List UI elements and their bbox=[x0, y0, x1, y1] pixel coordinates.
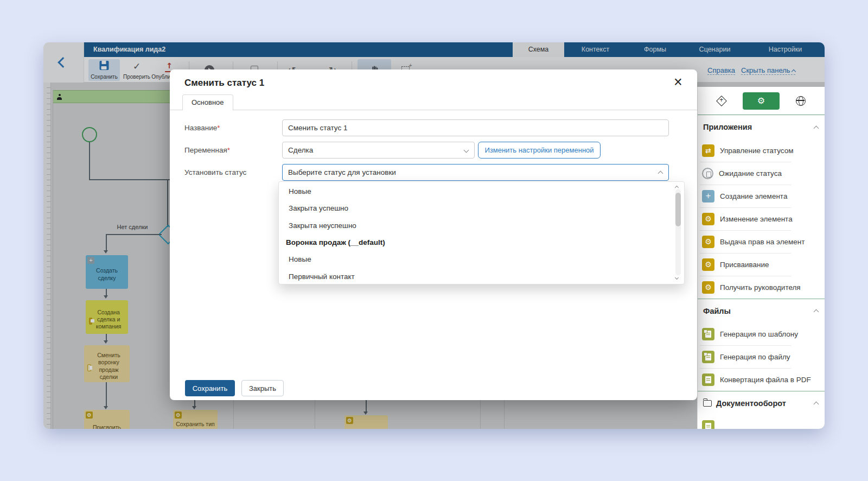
item-label: Присваивание bbox=[720, 261, 769, 269]
diamond-plus-icon bbox=[716, 96, 727, 106]
item-label: Генерация по шаблону bbox=[720, 330, 798, 338]
item-label: Создание элемента bbox=[720, 192, 787, 200]
dropdown-option[interactable]: Закрыта успешно bbox=[279, 200, 684, 217]
chevron-up-icon bbox=[814, 125, 819, 131]
page-background: Квалификация лида2 Схема Контекст Формы … bbox=[0, 0, 868, 481]
item-label: Ожидание статуса bbox=[719, 169, 782, 178]
label-text: Переменная bbox=[184, 146, 227, 154]
variable-field-label: Переменная* bbox=[184, 142, 230, 159]
scrollbar-thumb[interactable] bbox=[675, 193, 681, 226]
sidebar-item-status-wait[interactable]: Ожидание статуса bbox=[698, 162, 825, 185]
gear-icon bbox=[702, 258, 714, 271]
scroll-up-icon[interactable] bbox=[674, 183, 679, 189]
section-docflow-items bbox=[698, 415, 825, 429]
required-mark: * bbox=[227, 146, 230, 154]
status-transfer-icon bbox=[702, 144, 714, 157]
chevron-up-icon bbox=[814, 309, 819, 315]
dropdown-group-header: Воронка продаж (__default) bbox=[279, 234, 684, 251]
item-label: Выдача прав на элемент bbox=[720, 238, 805, 246]
status-select[interactable]: Выберите статус для установки bbox=[282, 164, 669, 181]
section-files-items: Генерация по шаблону Генерация по файлу … bbox=[698, 322, 825, 391]
sidebar-item-get-manager[interactable]: Получить руководителя bbox=[698, 276, 825, 299]
status-wait-icon bbox=[702, 168, 713, 179]
elements-sidebar: Приложения Управление статусом Ожидание … bbox=[697, 87, 825, 429]
dropdown-scrollbar[interactable] bbox=[675, 189, 681, 275]
sidebar-item-status-manage[interactable]: Управление статусом bbox=[698, 139, 825, 162]
sidebar-item-create-element[interactable]: Создание элемента bbox=[698, 185, 825, 207]
dropdown-option[interactable]: Новые bbox=[279, 251, 684, 268]
modal-save-button[interactable]: Сохранить bbox=[185, 380, 235, 396]
name-field-label: Название* bbox=[184, 119, 220, 136]
variable-select-value: Сделка bbox=[288, 146, 313, 154]
dropdown-option[interactable]: Первичный контакт bbox=[279, 268, 684, 284]
label-text: Название bbox=[184, 124, 217, 132]
status-field-label: Установить статус bbox=[184, 164, 246, 181]
section-header-docflow[interactable]: Документооборот bbox=[698, 391, 825, 415]
sidebar-item-convert-pdf[interactable]: Конвертация файла в PDF bbox=[698, 368, 825, 391]
gear-icon bbox=[757, 96, 765, 106]
status-select-placeholder: Выберите статус для установки bbox=[288, 168, 396, 176]
gear-icon bbox=[702, 236, 714, 248]
globe-icon bbox=[796, 96, 806, 106]
file-template-icon bbox=[702, 328, 714, 340]
dropdown-option[interactable]: Новые bbox=[279, 183, 684, 200]
chevron-down-icon bbox=[464, 148, 469, 153]
sidebar-item-generate-file[interactable]: Генерация по файлу bbox=[698, 345, 825, 368]
sidebar-item-generate-template[interactable]: Генерация по шаблону bbox=[698, 322, 825, 345]
status-dropdown: Новые Закрыта успешно Закрыта неуспешно … bbox=[278, 181, 685, 284]
modal-title: Сменить статус 1 bbox=[184, 78, 264, 88]
name-input[interactable] bbox=[282, 119, 669, 136]
sidebar-item-assignment[interactable]: Присваивание bbox=[698, 253, 825, 276]
item-label: Генерация по файлу bbox=[720, 353, 790, 361]
integrations-button[interactable] bbox=[783, 92, 819, 110]
gear-icon bbox=[702, 281, 714, 294]
item-label: Получить руководителя bbox=[720, 283, 801, 292]
section-title: Файлы bbox=[703, 307, 731, 315]
item-label: Изменение элемента bbox=[720, 215, 793, 223]
gateway-elements-button[interactable] bbox=[703, 92, 739, 110]
section-title: Документооборот bbox=[716, 399, 786, 408]
folder-icon bbox=[703, 400, 712, 407]
required-mark: * bbox=[217, 124, 220, 132]
file-pdf-icon bbox=[702, 374, 714, 386]
edit-variable-settings-button[interactable]: Изменить настройки переменной bbox=[478, 142, 601, 159]
sidebar-item-grant-rights[interactable]: Выдача прав на элемент bbox=[698, 230, 825, 253]
item-label: Управление статусом bbox=[720, 147, 793, 155]
settings-elements-button[interactable] bbox=[743, 92, 779, 110]
section-header-files[interactable]: Файлы bbox=[698, 299, 825, 322]
chevron-up-icon bbox=[814, 402, 819, 407]
create-element-plus-icon bbox=[702, 190, 714, 202]
scroll-down-icon[interactable] bbox=[674, 276, 679, 281]
section-title: Приложения bbox=[703, 123, 752, 131]
section-header-apps[interactable]: Приложения bbox=[698, 115, 825, 139]
modal-close-button[interactable]: Закрыть bbox=[241, 380, 284, 396]
item-label: Конвертация файла в PDF bbox=[720, 376, 811, 384]
tab-main[interactable]: Основное bbox=[182, 94, 233, 110]
chevron-up-icon bbox=[658, 171, 663, 176]
gear-icon bbox=[702, 213, 714, 225]
change-status-modal: Сменить статус 1 Основное Название* Пере… bbox=[170, 69, 697, 400]
file-template-icon bbox=[702, 351, 714, 363]
section-apps-items: Управление статусом Ожидание статуса Соз… bbox=[698, 139, 825, 299]
variable-select[interactable]: Сделка bbox=[282, 142, 475, 159]
dropdown-option[interactable]: Закрыта неуспешно bbox=[279, 217, 684, 234]
sidebar-item-edit-element[interactable]: Изменение элемента bbox=[698, 207, 825, 230]
sidebar-item-cutoff[interactable] bbox=[698, 415, 825, 429]
file-template-icon bbox=[702, 420, 714, 429]
sidebar-mode-switcher bbox=[698, 87, 825, 115]
close-icon[interactable] bbox=[670, 74, 686, 90]
label-text: Установить статус bbox=[184, 168, 246, 176]
tabbar-divider bbox=[170, 110, 697, 110]
